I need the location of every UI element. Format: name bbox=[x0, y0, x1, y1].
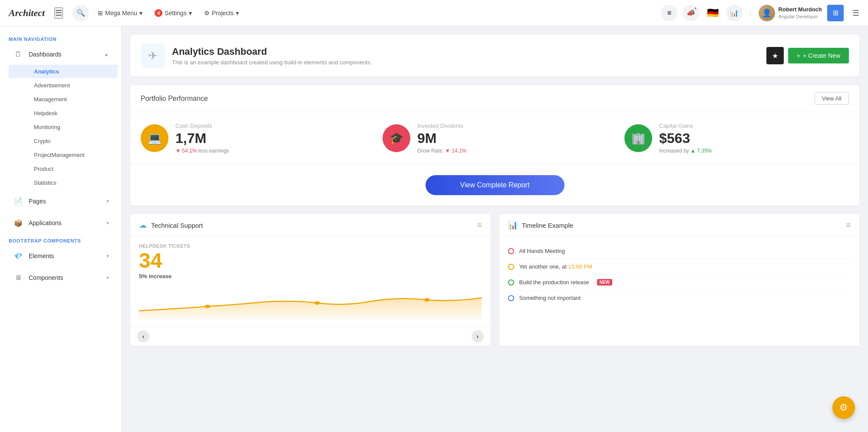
invested-dividents-value: 9M bbox=[417, 131, 466, 146]
settings-label: Settings bbox=[165, 10, 187, 17]
helpdesk-chart-svg bbox=[139, 285, 482, 319]
sidebar-group-components-header[interactable]: 🖥 Components ▾ bbox=[3, 268, 118, 288]
helpdesk-chart bbox=[139, 285, 482, 319]
increased-by-text: Increased by bbox=[659, 148, 690, 154]
sidebar-item-crypto[interactable]: Crypto bbox=[9, 134, 118, 148]
timeline-text-yet-another: Yet another one, at 15:00 PM bbox=[519, 263, 593, 270]
chart-button[interactable]: 📊 bbox=[726, 5, 743, 21]
sidebar-item-advertisement[interactable]: Advertisement bbox=[9, 79, 118, 92]
components-group-icon: 🖥 bbox=[12, 272, 24, 284]
prev-arrow-button[interactable]: ‹ bbox=[137, 330, 149, 342]
sidebar-group-elements-header[interactable]: 💎 Elements ▾ bbox=[3, 246, 118, 266]
timeline-icon: 📊 bbox=[508, 220, 518, 230]
capital-gains-sub: Increased by ▲ 7.35% bbox=[659, 148, 712, 154]
sidebar-group-applications: 📦 Applications ▾ bbox=[0, 213, 121, 233]
sidebar-item-statistics[interactable]: Statistics bbox=[9, 176, 118, 189]
page-header-text: Analytics Dashboard This is an example d… bbox=[172, 46, 766, 66]
stat-capital-gains: 🏢 Capital Gains $563 Increased by ▲ 7.35… bbox=[624, 123, 849, 154]
sidebar-group-applications-header[interactable]: 📦 Applications ▾ bbox=[3, 213, 118, 233]
capital-gains-label: Capital Gains bbox=[659, 123, 712, 129]
pages-group-label: Pages bbox=[29, 198, 106, 205]
square-icon-button[interactable]: ⊞ bbox=[827, 5, 844, 21]
page-header-icon: ✈ bbox=[141, 43, 165, 68]
pages-chevron-icon: ▾ bbox=[106, 198, 109, 204]
svg-point-0 bbox=[205, 305, 211, 308]
bottom-cards: ☁ Technical Support ≡ HELPDESK TICKETS 3… bbox=[130, 214, 859, 346]
sidebar-item-product[interactable]: Product bbox=[9, 162, 118, 176]
capital-gains-value: $563 bbox=[659, 131, 712, 146]
timeline-dot-red bbox=[508, 248, 514, 254]
timeline-title: Timeline Example bbox=[522, 222, 574, 229]
sidebar-group-dashboards-header[interactable]: 🗒 Dashboards ▲ bbox=[3, 44, 118, 64]
helpdesk-label: HELPDESK TICKETS bbox=[139, 243, 482, 249]
timeline-item-not-important: Something not important bbox=[508, 290, 851, 306]
portfolio-stats: 💻 Cash Deposits 1,7M ▼ 54.1% less earnin… bbox=[130, 112, 859, 165]
projects-icon: ⚙ bbox=[204, 10, 210, 17]
user-menu[interactable]: 👤 Robert Murdoch Angular Developer bbox=[759, 5, 822, 21]
helpdesk-pct: 5% bbox=[139, 273, 147, 279]
timeline-link-time[interactable]: 15:00 PM bbox=[568, 263, 593, 270]
star-button[interactable]: ★ bbox=[766, 47, 784, 64]
settings-chevron: ▾ bbox=[189, 10, 192, 17]
timeline-new-badge: NEW bbox=[597, 279, 612, 286]
view-complete-report-button[interactable]: View Complete Report bbox=[426, 175, 564, 195]
settings-nav[interactable]: 4 Settings ▾ bbox=[151, 7, 195, 19]
timeline-title-area: 📊 Timeline Example bbox=[508, 220, 574, 230]
main-nav-section-title: MAIN NAVIGATION bbox=[0, 33, 121, 44]
stat-invested-dividents: 🎓 Invested Dividents 9M Grow Rate: ▼ 14.… bbox=[383, 123, 607, 154]
timeline-item-all-hands: All Hands Meeting bbox=[508, 243, 851, 259]
timeline-dot-green bbox=[508, 279, 514, 286]
megaphone-button[interactable]: 📣 bbox=[683, 5, 699, 21]
sidebar-item-monitoring[interactable]: Monitoring bbox=[9, 120, 118, 134]
hamburger-menu-button[interactable]: ☰ bbox=[54, 7, 63, 19]
sidebar: MAIN NAVIGATION 🗒 Dashboards ▲ Analytics… bbox=[0, 26, 122, 432]
svg-point-1 bbox=[314, 301, 320, 305]
components-group-label: Components bbox=[29, 274, 106, 281]
notification-dot bbox=[694, 7, 697, 10]
sidebar-item-management[interactable]: Management bbox=[9, 93, 118, 106]
technical-support-menu-button[interactable]: ≡ bbox=[477, 221, 482, 230]
language-flag-button[interactable]: 🇩🇪 bbox=[704, 5, 721, 21]
elements-chevron-icon: ▾ bbox=[106, 253, 109, 259]
technical-support-title-area: ☁ Technical Support bbox=[139, 220, 203, 230]
timeline-item-build-prod: Build the production release NEW bbox=[508, 275, 851, 290]
invested-dividents-label: Invested Dividents bbox=[417, 123, 466, 129]
search-button[interactable]: 🔍 bbox=[73, 5, 89, 21]
mega-menu-nav[interactable]: ⊞ Mega Menu ▾ bbox=[94, 8, 146, 18]
cash-deposits-info: Cash Deposits 1,7M ▼ 54.1% less earnings bbox=[175, 123, 229, 154]
right-hamburger-icon[interactable]: ☰ bbox=[852, 8, 859, 18]
dashboards-group-label: Dashboards bbox=[29, 51, 104, 58]
helpdesk-sub: 5% increase bbox=[139, 273, 482, 279]
helpdesk-increase-label: increase bbox=[149, 273, 172, 279]
timeline-dot-blue bbox=[508, 295, 514, 301]
topnav: Architect ☰ 🔍 ⊞ Mega Menu ▾ 4 Settings ▾… bbox=[0, 0, 868, 26]
applications-chevron-icon: ▾ bbox=[106, 220, 109, 226]
timeline-item-yet-another: Yet another one, at 15:00 PM bbox=[508, 259, 851, 275]
timeline-menu-button[interactable]: ≡ bbox=[846, 221, 851, 230]
user-role: Angular Developer bbox=[779, 13, 822, 20]
create-new-label: + Create New bbox=[803, 52, 840, 59]
mega-menu-chevron: ▾ bbox=[139, 10, 142, 17]
dashboards-group-icon: 🗒 bbox=[12, 48, 24, 60]
fab-settings-button[interactable]: ⚙ bbox=[832, 396, 855, 419]
settings-badge: 4 bbox=[155, 9, 162, 17]
invested-dividents-sub: Grow Rate: ▼ 14.1% bbox=[417, 148, 466, 154]
capital-up-arrow: ▲ 7.35% bbox=[690, 148, 712, 154]
portfolio-card-header: Portfolio Performance View All bbox=[130, 85, 859, 112]
view-all-button[interactable]: View All bbox=[815, 92, 849, 105]
create-new-button[interactable]: + + Create New bbox=[788, 48, 849, 63]
invested-dividents-info: Invested Dividents 9M Grow Rate: ▼ 14.1% bbox=[417, 123, 466, 154]
cash-deposits-value: 1,7M bbox=[175, 131, 229, 146]
projects-nav[interactable]: ⚙ Projects ▾ bbox=[201, 8, 243, 18]
menu-icon-button[interactable]: ≡ bbox=[661, 5, 677, 21]
next-arrow-button[interactable]: › bbox=[472, 330, 484, 342]
sidebar-item-projectmanagement[interactable]: ProjectManagement bbox=[9, 148, 118, 162]
dashboards-chevron-icon: ▲ bbox=[104, 51, 109, 57]
capital-gains-icon: 🏢 bbox=[624, 124, 652, 152]
nav-separator: | bbox=[749, 9, 751, 17]
sidebar-item-analytics[interactable]: Analytics bbox=[9, 65, 118, 78]
sidebar-item-helpdesk[interactable]: Helpdesk bbox=[9, 106, 118, 120]
technical-support-title: Technical Support bbox=[151, 222, 203, 229]
sidebar-group-pages-header[interactable]: 📄 Pages ▾ bbox=[3, 191, 118, 211]
capital-gains-info: Capital Gains $563 Increased by ▲ 7.35% bbox=[659, 123, 712, 154]
